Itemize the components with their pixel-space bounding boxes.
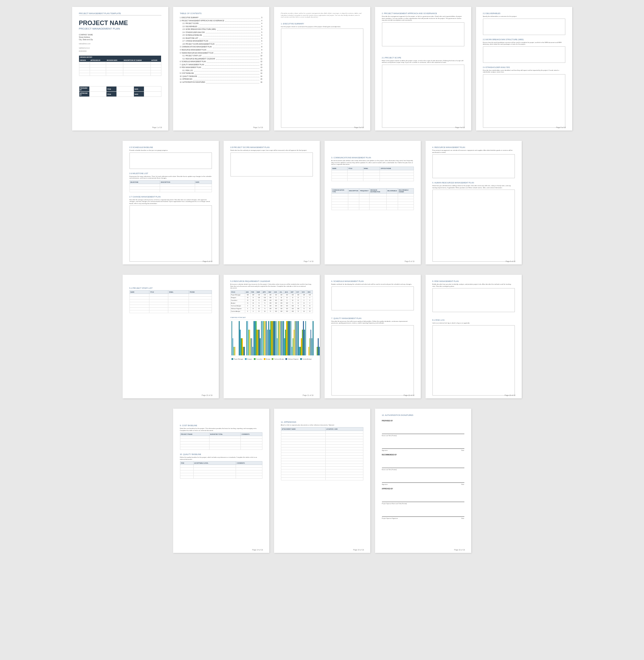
risk-log-h: 8.1 RISK LOG [432, 319, 515, 321]
milestone-p: Summarize the major milestones. Then, li… [129, 175, 212, 179]
exec-summary-p: Use the project charter to summarize the… [281, 26, 363, 28]
page-footer: Page 2 of 16 [253, 126, 263, 128]
resource-p: Procurement management can include all r… [432, 149, 515, 153]
stakeholder-box [483, 74, 565, 128]
comms-p: A communication plan defines who needs i… [331, 160, 414, 166]
page-footer: Page 12 of 16 [404, 394, 414, 396]
risk-mgmt-p: Briefly describe how you plan to identif… [432, 283, 515, 287]
page-footer: Page 7 of 16 [304, 260, 313, 262]
scope-mgmt-box [230, 152, 313, 177]
staffing-chart [230, 319, 313, 357]
toc-list: 1 EXECUTIVE SUMMARY32 PROJECT MANAGEMENT… [180, 16, 262, 84]
comms-h: 3. COMMUNICATIONS MANAGEMENT PLAN [331, 157, 414, 159]
quality-baseline-p: Define the quality baseline for the proj… [180, 456, 262, 460]
risk-mgmt-h: 8. RISK MANAGEMENT PLAN [432, 280, 515, 282]
quality-mgmt-h: 7. QUALITY MANAGEMENT PLAN [331, 317, 414, 319]
deliverables-p: Specify the deliverables or outcomes for… [483, 15, 565, 18]
page-16: 12. AUTHORIZATION SIGNATURES PREPARED BY… [375, 409, 471, 553]
page-15: 11. APPENDICES Attach or link to separat… [274, 409, 370, 553]
appendices-h: 11. APPENDICES [281, 421, 363, 423]
schedule-baseline-h: 2.5 SCHEDULE BASELINE [129, 146, 212, 148]
calendar-p: A resource calendar details key resource… [230, 283, 313, 289]
page-footer: Page 9 of 16 [506, 260, 515, 262]
staff-list-table: NAMETITLEEMAILPHONE [129, 290, 212, 313]
chart-title: STAFFING FORECAST [230, 317, 313, 319]
page-5: 2.2 DELIVERABLES Specify the deliverable… [476, 7, 572, 130]
date-label2: Date [461, 483, 464, 485]
page-footer: Page 10 of 16 [202, 394, 212, 396]
approach-box [382, 22, 464, 46]
date-label: DATE [134, 87, 144, 92]
prepared-by-label: PREPARED BY [79, 87, 89, 92]
signature-label2: Signature [382, 483, 388, 485]
page-3: [Template provides a basic outline for a… [274, 7, 370, 130]
page-footer: Page 3 of 16 [354, 126, 364, 128]
page-footer: Page 6 of 16 [203, 260, 212, 262]
cost-baseline-p: Detail the cost baseline for the project… [180, 428, 262, 431]
wbs-p: Discuss how the work breakdown structure… [483, 42, 565, 45]
page-footer: Page 15 of 16 [353, 549, 364, 551]
appendices-p: Attach or link to separate plan document… [281, 424, 363, 426]
calendar-h: 5.2 RESOURCE REQUIREMENT CALENDAR [230, 280, 313, 282]
template-intro: [Template provides a basic outline for a… [281, 12, 363, 18]
page-footer: Page 1 of 16 [152, 126, 162, 128]
company-name: COMPANY NAME [79, 34, 161, 36]
scope-box [382, 65, 464, 128]
page-footer: Page 11 of 16 [303, 394, 313, 396]
version-history-title: VERSION HISTORY [79, 56, 161, 59]
doc-header: PROJECT MANAGEMENT PLAN TEMPLATE [79, 12, 161, 15]
resource-box [432, 154, 515, 178]
page-footer: Page 4 of 16 [455, 126, 465, 128]
page-10: 5.1 PROJECT STAFF LIST NAMETITLEEMAILPHO… [123, 275, 219, 398]
project-subtitle: PROJECT MANAGEMENT PLAN [79, 27, 161, 30]
risk-mgmt-box [432, 288, 515, 312]
page-13: 8. RISK MANAGEMENT PLAN Briefly describe… [426, 275, 522, 398]
stakeholder-p: Describe how stakeholders were identifie… [483, 69, 565, 73]
date: 00/00/0000 [79, 50, 161, 52]
sponsor-signature-label: Project Sponsor Signature [382, 517, 398, 519]
schedule-mgmt-h: 6. SCHEDULE MANAGEMENT PLAN [331, 280, 414, 282]
staff-list-h: 5.1 PROJECT STAFF LIST [129, 287, 212, 289]
auth-sig-h: 12. AUTHORIZATION SIGNATURES [382, 414, 464, 416]
milestone-table: MILESTONEDESCRIPTIONDATE [129, 180, 212, 192]
hr-h: 5. HUMAN RESOURCES MANAGEMENT PLAN [432, 182, 515, 184]
deliverables-h: 2.2 DELIVERABLES [483, 12, 565, 14]
quality-baseline-table: ITEMACCEPTABLE LEVELCOMMENTS [180, 461, 262, 479]
cost-baseline-h: 9. COST BASELINE [180, 424, 262, 426]
date-label3: Date [461, 517, 464, 519]
deliverables-box [483, 19, 565, 35]
scope-mgmt-h: 2.8 PROJECT SCOPE MANAGEMENT PLAN [230, 146, 313, 148]
page-2: TABLE OF CONTENTS 1 EXECUTIVE SUMMARY32 … [173, 7, 269, 130]
wbs-box [483, 46, 565, 63]
risk-log-box [432, 325, 515, 396]
milestone-h: 2.6 MILESTONE LIST [129, 172, 212, 174]
page-footer: Page 13 of 16 [505, 394, 515, 396]
comms-contacts-table: NAMETITLEEMAILOFFICE PHONE [331, 167, 414, 181]
date-label2: DATE [134, 92, 144, 97]
comms-plan-table: COMMUNICATION TYPEDESCRIPTIONFREQUENCYME… [331, 188, 414, 210]
document-grid: PROJECT MANAGEMENT PLAN TEMPLATE PROJECT… [7, 7, 637, 553]
schedule-mgmt-p: Explain methods for developing the sched… [331, 283, 414, 285]
toc-title: TABLE OF CONTENTS [180, 12, 262, 14]
quality-mgmt-p: Describe the processes that will ensure … [331, 320, 414, 324]
quality-mgmt-box [331, 325, 414, 396]
company-city: City, State and Zip [79, 38, 161, 41]
title-label2: TITLE [106, 92, 117, 97]
exec-summary-h: 1. EXECUTIVE SUMMARY [281, 23, 363, 25]
signoff-table: PREPARED BYTITLEDATE APPROVED BYTITLEDAT… [79, 86, 161, 97]
appendices-table: ATTACHMENT NAMELOCATION / LINK [281, 427, 363, 480]
page-footer: Page 14 of 16 [252, 549, 263, 551]
approach-p: Describe the management approach for the… [382, 15, 464, 21]
stakeholder-h: 2.4 STAKEHOLDER ANALYSIS [483, 66, 565, 68]
resource-h: 4. RESOURCE MANAGEMENT PLAN [432, 146, 515, 148]
title-label: TITLE [106, 87, 117, 92]
quality-baseline-h: 10. QUALITY BASELINE [180, 453, 262, 455]
page-4: 2. PROJECT MANAGEMENT APPROACH AND GOVER… [375, 7, 471, 130]
scope-p: Refer to the project charter to define t… [382, 60, 464, 64]
page-1: PROJECT MANAGEMENT PLAN TEMPLATE PROJECT… [72, 7, 168, 130]
chart-legend: Project ManagerDesignerConsultantAnalyst… [230, 358, 313, 360]
signature-label: Signature [382, 450, 388, 451]
company-street: Street Address [79, 36, 161, 38]
hr-p: Detail how you will determine staffing n… [432, 185, 515, 189]
wbs-h: 2.3 WORK BREAKDOWN STRUCTURE (WBS) [483, 38, 565, 41]
